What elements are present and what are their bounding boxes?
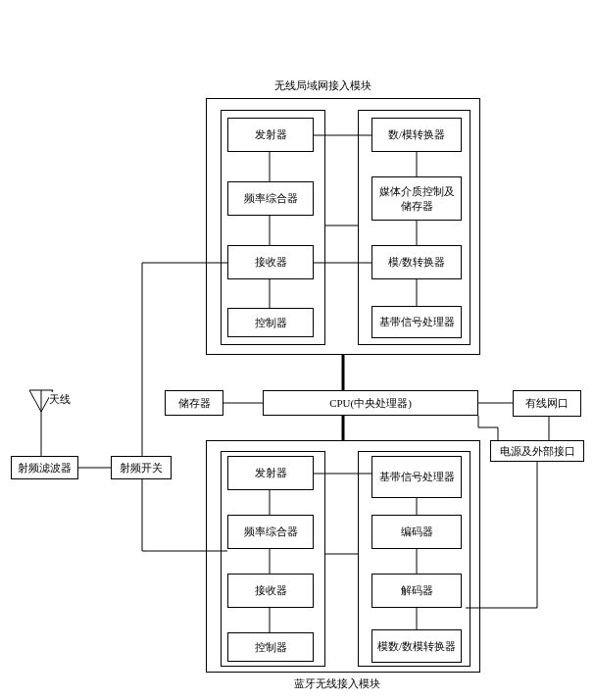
bt-module-title: 蓝牙无线接入模块 xyxy=(294,676,380,691)
wlan-baseband-box: 基带信号处理器 xyxy=(371,306,462,338)
wlan-module-title: 无线局域网接入模块 xyxy=(274,78,371,93)
wlan-synthesizer-box: 频率综合器 xyxy=(227,181,314,216)
bt-synthesizer-box: 频率综合器 xyxy=(227,515,314,549)
svg-line-3 xyxy=(29,390,41,412)
bt-baseband-box: 基带信号处理器 xyxy=(371,456,462,498)
wlan-mac-storage-box: 媒体介质控制及储存器 xyxy=(371,176,462,221)
wlan-receiver-box: 接收器 xyxy=(227,245,314,279)
memory-box: 储存器 xyxy=(165,390,223,416)
wlan-controller-box: 控制器 xyxy=(227,308,314,337)
antenna-label: 天线 xyxy=(49,392,71,407)
bt-controller-box: 控制器 xyxy=(227,632,314,662)
rf-switch-box: 射频开关 xyxy=(111,456,172,479)
wlan-ad-converter-box: 模/数转换器 xyxy=(371,245,462,279)
bt-encoder-box: 编码器 xyxy=(371,515,462,549)
wlan-da-converter-box: 数/模转换器 xyxy=(371,118,462,152)
bt-decoder-box: 解码器 xyxy=(371,574,462,608)
bt-adda-box: 模数/数模转换器 xyxy=(371,629,462,663)
bt-transmitter-box: 发射器 xyxy=(227,456,314,490)
cpu-box: CPU(中央处理器) xyxy=(263,390,478,416)
rf-filter-box: 射频滤波器 xyxy=(11,456,78,479)
power-ext-box: 电源及外部接口 xyxy=(490,440,584,462)
bt-receiver-box: 接收器 xyxy=(227,574,314,608)
wlan-transmitter-box: 发射器 xyxy=(227,118,314,152)
wired-port-box: 有线网口 xyxy=(513,390,581,417)
